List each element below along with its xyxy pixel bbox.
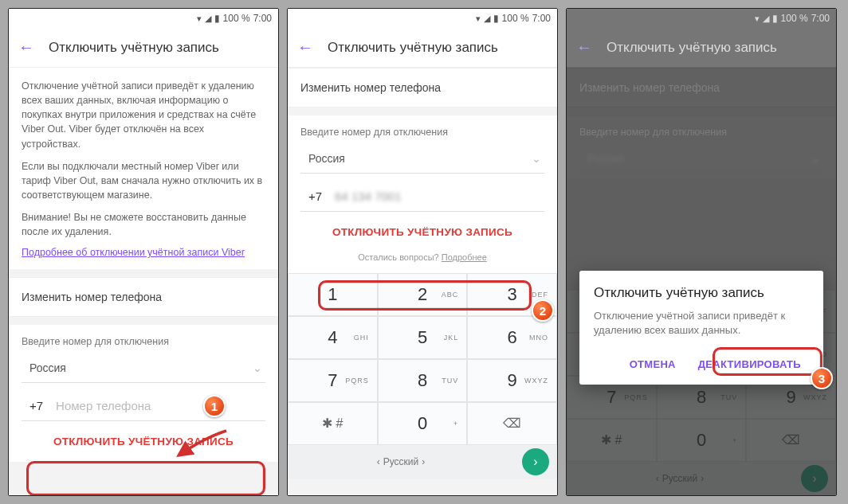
chevron-down-icon: ⌄ (253, 361, 262, 374)
content: Изменить номер телефона Введите номер дл… (288, 68, 557, 495)
key-5[interactable]: 5JKL (378, 316, 468, 359)
wifi-icon: ▾ (755, 14, 760, 24)
cancel-button[interactable]: ОТМЕНА (622, 352, 684, 377)
status-bar: ▾ ◢ ▮ 100 % 7:00 (288, 9, 557, 28)
battery-icon: ▮ (772, 13, 778, 24)
back-icon[interactable]: ← (297, 38, 313, 57)
battery-text: 100 % (502, 13, 529, 24)
lang-switch[interactable]: ‹Русский› (288, 456, 514, 467)
battery-text: 100 % (781, 13, 808, 24)
confirm-dialog: Отключить учётную запись Отключение учёт… (579, 271, 823, 385)
country-value: Россия (308, 152, 345, 165)
key-✱ #[interactable]: ✱ # (288, 402, 378, 445)
keyboard-bottom: ‹Русский› › (288, 445, 557, 479)
chevron-down-icon: ⌄ (532, 152, 541, 165)
phone-row: +7 64 134 7001 (300, 178, 544, 212)
phone-input[interactable]: 64 134 7001 (335, 189, 541, 203)
status-bar: ▾ ◢ ▮ 100 % 7:00 (567, 9, 836, 28)
deactivate-form: Введите номер для отключения Россия ⌄ +7… (288, 115, 557, 273)
key-9[interactable]: 9WXYZ (467, 359, 557, 402)
dialog-title: Отключить учётную запись (594, 285, 809, 301)
country-select[interactable]: Россия ⌄ (300, 146, 544, 174)
deactivate-button[interactable]: ОТКЛЮЧИТЬ УЧЁТНУЮ ЗАПИСЬ (300, 212, 544, 248)
content: Отключение учётной записи приведёт к уда… (9, 68, 278, 495)
country-select[interactable]: Россия ⌄ (22, 355, 265, 383)
deactivate-confirm-button[interactable]: ДЕАКТИВИРОВАТЬ (690, 352, 809, 377)
back-icon[interactable]: ← (576, 38, 592, 57)
key-6[interactable]: 6MNO (467, 316, 557, 359)
form-title: Введите номер для отключения (22, 336, 265, 347)
faq-hint: Остались вопросы? Подробнее (300, 248, 544, 268)
key-⌫[interactable]: ⌫ (467, 402, 557, 445)
signal-icon: ◢ (484, 14, 490, 24)
key-7[interactable]: 7PQRS (288, 359, 378, 402)
app-bar: ← Отключить учётную запись (567, 28, 836, 68)
key-2[interactable]: 2ABC (378, 273, 468, 316)
wifi-icon: ▾ (476, 14, 481, 24)
key-8[interactable]: 8TUV (378, 359, 468, 402)
phone-input[interactable]: Номер телефона (56, 399, 262, 412)
wifi-icon: ▾ (197, 14, 202, 24)
dialog-actions: ОТМЕНА ДЕАКТИВИРОВАТЬ (594, 352, 809, 377)
step-badge-3: 3 (811, 367, 833, 389)
info-p2: Если вы подключали местный номер Viber и… (22, 159, 265, 202)
key-1[interactable]: 1 (288, 273, 378, 316)
screen-3: ▾ ◢ ▮ 100 % 7:00 ← Отключить учётную зап… (566, 8, 837, 496)
deactivate-button[interactable]: ОТКЛЮЧИТЬ УЧЁТНУЮ ЗАПИСЬ (22, 421, 265, 457)
back-icon[interactable]: ← (18, 38, 34, 57)
learn-more-link[interactable]: Подробнее об отключении учётной записи V… (22, 247, 245, 258)
key-4[interactable]: 4GHI (288, 316, 378, 359)
content: Изменить номер телефона Введите номер дл… (567, 68, 836, 495)
page-title: Отключить учётную запись (607, 40, 777, 56)
highlight-box-1 (26, 461, 265, 495)
signal-icon: ◢ (763, 14, 769, 24)
app-bar: ← Отключить учётную запись (288, 28, 557, 68)
phone-row: +7 Номер телефона (22, 388, 265, 421)
page-title: Отключить учётную запись (328, 40, 498, 56)
change-number-section[interactable]: Изменить номер телефона (9, 277, 278, 317)
change-number-section[interactable]: Изменить номер телефона (288, 68, 557, 107)
key-0[interactable]: 0+ (378, 402, 468, 445)
time-text: 7:00 (253, 13, 272, 24)
step-badge-1: 1 (203, 395, 226, 417)
form-title: Введите номер для отключения (300, 127, 544, 138)
battery-text: 100 % (223, 13, 250, 24)
screen-1: ▾ ◢ ▮ 100 % 7:00 ← Отключить учётную зап… (8, 8, 279, 496)
deactivate-form: Введите номер для отключения Россия ⌄ +7… (9, 325, 278, 462)
info-p3: Внимание! Вы не сможете восстановить дан… (22, 210, 265, 239)
numeric-keyboard: 12ABC3DEF 4GHI5JKL6MNO 7PQRS8TUV9WXYZ ✱ … (288, 273, 557, 479)
screen-2: ▾ ◢ ▮ 100 % 7:00 ← Отключить учётную зап… (287, 8, 558, 496)
enter-key[interactable]: › (522, 448, 549, 475)
step-badge-2: 2 (532, 299, 554, 322)
page-title: Отключить учётную запись (49, 40, 219, 56)
time-text: 7:00 (811, 13, 830, 24)
dialog-message: Отключение учётной записи приведёт к уда… (594, 309, 809, 338)
battery-icon: ▮ (493, 13, 499, 24)
status-bar: ▾ ◢ ▮ 100 % 7:00 (9, 9, 278, 28)
battery-icon: ▮ (214, 13, 220, 24)
time-text: 7:00 (532, 13, 551, 24)
country-value: Россия (29, 361, 66, 374)
faq-link[interactable]: Подробнее (442, 252, 487, 262)
app-bar: ← Отключить учётную запись (9, 28, 278, 68)
info-p1: Отключение учётной записи приведёт к уда… (22, 79, 265, 151)
phone-prefix: +7 (29, 399, 43, 412)
signal-icon: ◢ (205, 14, 211, 24)
phone-prefix: +7 (308, 189, 322, 203)
